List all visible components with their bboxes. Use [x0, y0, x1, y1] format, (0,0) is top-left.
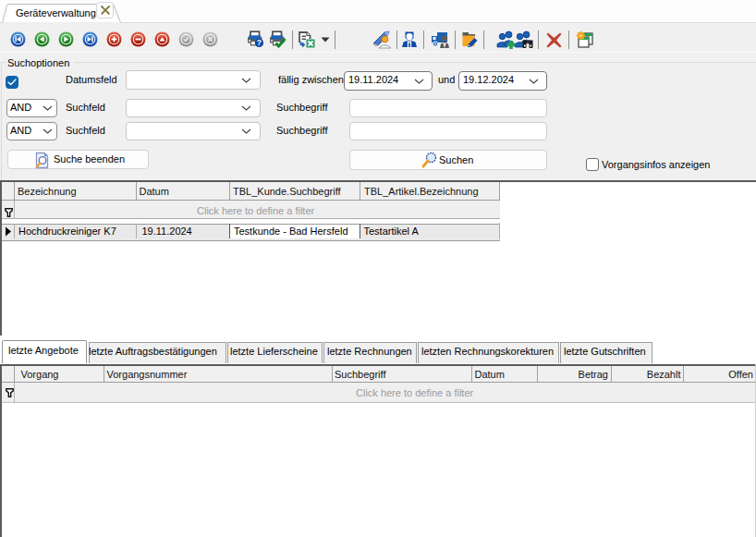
- svg-text:?: ?: [257, 38, 262, 47]
